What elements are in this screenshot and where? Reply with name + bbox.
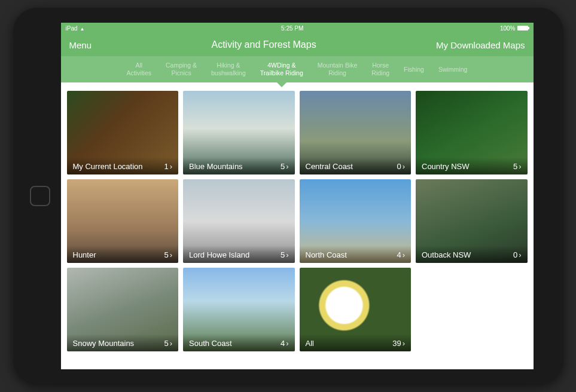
- chevron-right-icon: ›: [170, 250, 172, 259]
- card-count: 5›: [513, 162, 522, 171]
- card-overlay: My Current Location1›: [67, 157, 179, 174]
- region-card-snowy-mountains[interactable]: Snowy Mountains5›: [67, 268, 179, 351]
- card-count-number: 5: [164, 339, 168, 348]
- status-bar: iPad 5:25 PM 100%: [61, 23, 534, 33]
- card-count: 5›: [164, 339, 172, 348]
- region-card-country-nsw[interactable]: Country NSW5›: [416, 91, 528, 174]
- wifi-icon: [80, 25, 85, 32]
- region-card-lord-howe-island[interactable]: Lord Howe Island5›: [183, 179, 295, 263]
- card-count-number: 5: [281, 250, 285, 259]
- clock: 5:25 PM: [281, 25, 303, 32]
- nav-bar: Menu Activity and Forest Maps My Downloa…: [61, 33, 534, 56]
- tab-swimming[interactable]: Swimming: [431, 56, 474, 82]
- region-card-my-current-location[interactable]: My Current Location1›: [67, 91, 179, 174]
- card-count-number: 5: [164, 250, 168, 259]
- card-overlay: Blue Mountains5›: [183, 157, 295, 174]
- card-overlay: Central Coast0›: [300, 157, 412, 174]
- card-count: 39›: [392, 339, 405, 348]
- region-card-outback-nsw[interactable]: Outback NSW0›: [416, 179, 528, 263]
- card-title: Outback NSW: [422, 250, 471, 259]
- card-count-number: 0: [513, 250, 517, 259]
- card-count-number: 4: [397, 250, 401, 259]
- tab-hiking-[interactable]: Hiking &bushwalking: [204, 56, 253, 82]
- chevron-right-icon: ›: [403, 339, 405, 348]
- region-card-south-coast[interactable]: South Coast4›: [183, 268, 295, 351]
- card-title: South Coast: [189, 339, 232, 348]
- card-title: Lord Howe Island: [189, 250, 249, 259]
- region-card-central-coast[interactable]: Central Coast0›: [300, 91, 412, 174]
- chevron-right-icon: ›: [170, 162, 172, 171]
- card-count-number: 5: [513, 162, 517, 171]
- tab-label-line1: All: [127, 62, 151, 69]
- tab-horse[interactable]: HorseRiding: [364, 56, 397, 82]
- tab-fishing[interactable]: Fishing: [397, 56, 431, 82]
- card-title: Hunter: [73, 250, 96, 259]
- tab-label-line1: Hiking &: [211, 62, 246, 69]
- activity-tabs: AllActivitiesCamping &PicnicsHiking &bus…: [61, 56, 534, 82]
- tab-label-line2: Riding: [371, 69, 389, 77]
- card-title: Snowy Mountains: [73, 339, 135, 348]
- page-title: Activity and Forest Maps: [211, 39, 316, 50]
- card-overlay: Snowy Mountains5›: [67, 334, 179, 351]
- chevron-right-icon: ›: [170, 339, 172, 348]
- tab-label-line2: Trailbike Riding: [260, 69, 303, 77]
- card-overlay: Outback NSW0›: [416, 246, 528, 263]
- chevron-right-icon: ›: [519, 162, 521, 171]
- tab-label-line2: Activities: [127, 69, 151, 77]
- card-overlay: Lord Howe Island5›: [183, 246, 295, 263]
- card-count: 5›: [164, 250, 172, 259]
- tab-mountain-bike[interactable]: Mountain BikeRiding: [310, 56, 365, 82]
- card-overlay: North Coast4›: [300, 246, 412, 263]
- menu-button[interactable]: Menu: [69, 40, 92, 50]
- battery-icon: [517, 26, 528, 30]
- card-count: 5›: [281, 250, 289, 259]
- tab-label-line2: Riding: [318, 69, 358, 77]
- region-grid: My Current Location1›Blue Mountains5›Cen…: [61, 82, 534, 369]
- card-overlay: Hunter5›: [67, 246, 179, 263]
- card-count: 0›: [397, 162, 405, 171]
- tab-label-line1: Fishing: [404, 66, 424, 74]
- card-title: North Coast: [306, 250, 347, 259]
- screen: iPad 5:25 PM 100% Menu Activity and Fore…: [61, 23, 534, 369]
- card-title: All: [306, 339, 314, 348]
- card-overlay: South Coast4›: [183, 334, 295, 351]
- card-count: 1›: [164, 162, 172, 171]
- tablet-bezel: iPad 5:25 PM 100% Menu Activity and Fore…: [13, 8, 563, 384]
- card-title: Country NSW: [422, 162, 469, 171]
- tab-all[interactable]: AllActivities: [120, 56, 159, 82]
- tab-label-line1: Mountain Bike: [318, 62, 358, 69]
- tab-label-line1: Camping &: [166, 62, 197, 69]
- card-title: Central Coast: [306, 162, 353, 171]
- card-count-number: 0: [397, 162, 401, 171]
- card-count: 0›: [513, 250, 522, 259]
- chevron-right-icon: ›: [403, 250, 405, 259]
- card-title: My Current Location: [73, 162, 143, 171]
- chevron-right-icon: ›: [286, 250, 288, 259]
- tab-camping-[interactable]: Camping &Picnics: [159, 56, 204, 82]
- home-button[interactable]: [30, 186, 50, 206]
- card-count-number: 5: [281, 162, 285, 171]
- tab--wding-[interactable]: 4WDing &Trailbike Riding: [253, 56, 310, 82]
- card-count: 5›: [281, 162, 289, 171]
- carrier-label: iPad: [66, 25, 78, 32]
- card-overlay: Country NSW5›: [416, 157, 528, 174]
- card-count: 4›: [397, 250, 405, 259]
- tab-label-line2: Picnics: [166, 69, 197, 77]
- card-overlay: All39›: [300, 334, 412, 351]
- region-card-hunter[interactable]: Hunter5›: [67, 179, 179, 263]
- region-card-blue-mountains[interactable]: Blue Mountains5›: [183, 91, 295, 174]
- card-count-number: 1: [164, 162, 168, 171]
- tab-label-line1: Horse: [371, 62, 389, 69]
- tab-label-line2: bushwalking: [211, 69, 246, 77]
- chevron-right-icon: ›: [403, 162, 405, 171]
- card-count-number: 4: [281, 339, 285, 348]
- region-card-all[interactable]: All39›: [300, 268, 412, 351]
- card-count-number: 39: [392, 339, 401, 348]
- chevron-right-icon: ›: [519, 250, 521, 259]
- card-count: 4›: [281, 339, 289, 348]
- tab-label-line1: 4WDing &: [260, 62, 303, 69]
- battery-label: 100%: [500, 25, 516, 32]
- region-card-north-coast[interactable]: North Coast4›: [300, 179, 412, 263]
- my-downloaded-maps-button[interactable]: My Downloaded Maps: [436, 40, 525, 50]
- chevron-right-icon: ›: [286, 162, 288, 171]
